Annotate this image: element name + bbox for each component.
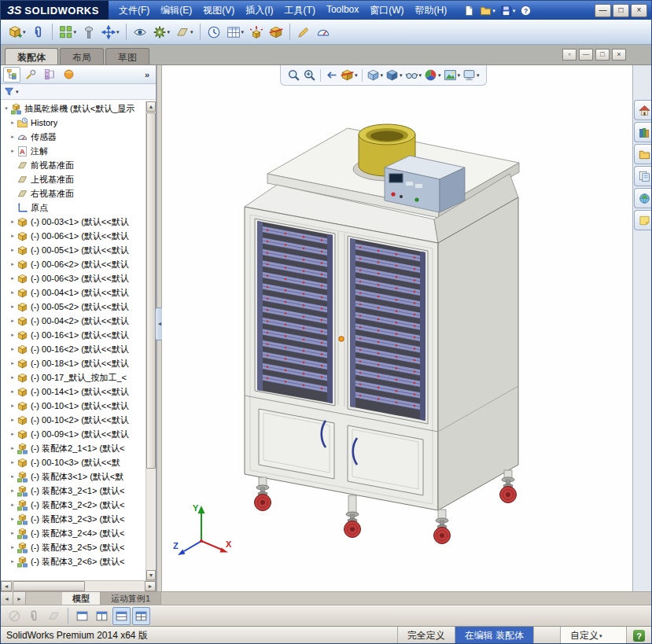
edit-appearance-button[interactable]: ▾ — [423, 68, 442, 83]
tree-item[interactable]: ▸(-) 00-06<1> (默认<<默认 — [1, 229, 145, 243]
expander-icon[interactable]: ▸ — [9, 488, 17, 494]
dropdown-arrow-icon[interactable]: ▾ — [23, 29, 26, 35]
expander-icon[interactable]: ▸ — [9, 417, 17, 423]
save-document-button[interactable]: ▾ — [499, 4, 518, 17]
interference-detection-button[interactable] — [267, 23, 285, 42]
close-window-button[interactable]: × — [631, 4, 647, 17]
dropdown-arrow-icon[interactable]: ▾ — [492, 8, 495, 13]
displaymanager-tab[interactable] — [60, 67, 77, 83]
apply-scene-button[interactable]: ▾ — [443, 68, 462, 83]
tree-item[interactable]: ▸(-) 00-09<1> (默认<<默认 — [1, 427, 145, 441]
expander-icon[interactable]: ▸ — [9, 360, 17, 366]
mate-button[interactable] — [29, 23, 48, 42]
configurationmanager-tab[interactable] — [41, 67, 58, 83]
tree-item[interactable]: ▸(-) 00-10<2> (默认<<默认 — [1, 413, 145, 427]
expander-icon[interactable]: ▸ — [9, 403, 17, 409]
scrollbar-track[interactable] — [13, 581, 144, 591]
scroll-right-button[interactable]: ► — [145, 581, 156, 591]
expander-icon[interactable]: ▸ — [9, 332, 17, 338]
tree-item[interactable]: ▸(-) 00-04<1> (默认<<默认 — [1, 285, 145, 300]
expander-icon[interactable]: ▸ — [9, 148, 17, 154]
tree-item[interactable]: ▸(-) 装配体2_1<1> (默认< — [1, 441, 145, 455]
scroll-up-button[interactable]: ▲ — [146, 101, 156, 112]
menu-help[interactable]: 帮助(H) — [410, 1, 453, 20]
tab-motion-study-1[interactable]: 运动算例1 — [101, 592, 161, 605]
view-orientation-button[interactable]: ▾ — [366, 68, 385, 83]
expander-icon[interactable]: ▸ — [9, 516, 17, 522]
view-settings-button[interactable]: ▾ — [462, 68, 481, 83]
expander-icon[interactable]: ▸ — [9, 275, 17, 282]
custom-properties-button[interactable] — [634, 210, 652, 230]
menu-view[interactable]: 视图(V) — [197, 1, 240, 20]
tab-assembly[interactable]: 装配体 — [5, 48, 58, 64]
expander-icon[interactable]: ▸ — [9, 346, 17, 352]
expander-icon[interactable]: ▸ — [9, 544, 17, 550]
scrollbar-track[interactable] — [146, 112, 156, 569]
panel-splitter[interactable]: ◄ — [157, 65, 162, 591]
tree-item[interactable]: ▸(-) 00-05<2> (默认<<默认 — [1, 300, 145, 314]
scrollbar-thumb[interactable] — [13, 581, 85, 591]
graphics-area[interactable]: ▾▾▾▾▾▾▾ — [162, 65, 652, 591]
units-setting[interactable]: 自定义▾ — [560, 627, 626, 644]
expander-icon[interactable]: ▸ — [9, 134, 17, 140]
dropdown-arrow-icon[interactable]: ▾ — [477, 72, 480, 78]
hide-show-items-button[interactable]: ▾ — [404, 68, 423, 83]
menu-tools[interactable]: 工具(T) — [279, 1, 321, 20]
expander-icon[interactable]: ▸ — [9, 558, 17, 565]
expander-icon[interactable]: ▸ — [9, 388, 17, 395]
expander-icon[interactable]: ▸ — [9, 233, 17, 239]
close-document-button[interactable]: × — [612, 49, 626, 61]
filter-edges-button[interactable] — [25, 607, 43, 625]
featuremanager-design-tree-tab[interactable] — [3, 67, 20, 83]
file-explorer-button[interactable] — [634, 144, 652, 164]
design-library-button[interactable] — [634, 122, 652, 142]
scroll-down-button[interactable]: ▼ — [146, 570, 156, 580]
tree-item[interactable]: ▸(-) 00-18<1> (默认<<默认 — [1, 356, 145, 370]
tree-item[interactable]: ▸(-) 00-06<2> (默认<<默认 — [1, 257, 145, 271]
two-view-horizontal-button[interactable] — [93, 607, 111, 625]
menu-edit[interactable]: 编辑(E) — [155, 1, 197, 20]
expander-icon[interactable]: ▸ — [9, 473, 17, 480]
expander-icon[interactable]: ▸ — [9, 304, 17, 310]
new-document-button[interactable] — [462, 4, 477, 17]
tab-model[interactable]: 模型 — [62, 592, 101, 605]
reference-geometry-button[interactable]: ▾ — [173, 23, 196, 42]
selection-filter-off-button[interactable] — [6, 607, 24, 625]
dropdown-arrow-icon[interactable]: ▾ — [116, 29, 120, 35]
appearances-scenes-button[interactable] — [634, 188, 652, 208]
tree-item[interactable]: 上视基准面 — [1, 172, 145, 186]
expander-icon[interactable]: ▸ — [9, 120, 17, 126]
dropdown-arrow-icon[interactable]: ▾ — [400, 72, 403, 78]
expander-icon[interactable]: ▸ — [9, 289, 17, 296]
filter-dropdown-arrow-icon[interactable]: ▾ — [16, 89, 19, 94]
large-assembly-mode-button[interactable] — [314, 23, 333, 42]
tree-item[interactable]: ▸(-) 装配体3_2<3> (默认< — [1, 512, 145, 526]
menu-window[interactable]: 窗口(W) — [364, 1, 409, 20]
smart-fasteners-button[interactable] — [79, 23, 98, 42]
tree-item[interactable]: ▸传感器 — [1, 130, 145, 144]
linear-component-pattern-button[interactable]: ▾ — [57, 23, 79, 42]
maximize-window-button[interactable]: □ — [613, 4, 629, 17]
tree-item[interactable]: ▸(-) 00-16<2> (默认<<默认 — [1, 342, 145, 356]
tree-item[interactable]: ▸(-) 装配体3_2<4> (默认< — [1, 526, 145, 540]
motion-scroll-left-button[interactable]: ◄ — [1, 592, 13, 605]
tree-item[interactable]: ▸(-) 00-06<3> (默认<<默认 — [1, 271, 145, 285]
new-motion-study-button[interactable] — [204, 23, 223, 42]
previous-view-button[interactable] — [324, 68, 339, 83]
scrollbar-thumb[interactable] — [146, 112, 156, 469]
tree-item[interactable]: ▸(-) 00-04<2> (默认<<默认 — [1, 314, 145, 328]
menu-toolbox[interactable]: Toolbox — [321, 1, 364, 20]
tree-item[interactable]: 前视基准面 — [1, 158, 145, 172]
menu-insert[interactable]: 插入(I) — [240, 1, 278, 20]
scroll-left-button[interactable]: ◄ — [1, 581, 12, 591]
tree-item[interactable]: ▸(-) 00-10<1> (默认<<默认 — [1, 399, 145, 413]
two-view-vertical-button[interactable] — [112, 607, 131, 625]
tree-item[interactable]: ▸(-) 装配体3_2<6> (默认< — [1, 554, 145, 569]
tree-item[interactable]: ▸(-) 00-03<1> (默认<<默认 — [1, 215, 145, 229]
editing-status[interactable]: 在编辑 装配体 — [455, 627, 533, 644]
dropdown-arrow-icon[interactable]: ▾ — [355, 72, 358, 78]
section-view-button[interactable]: ▾ — [340, 68, 359, 83]
expander-icon[interactable]: ▾ — [2, 105, 10, 112]
pin-commandmanager-button[interactable]: ▫ — [562, 49, 576, 61]
bill-of-materials-button[interactable]: ▾ — [224, 23, 247, 42]
